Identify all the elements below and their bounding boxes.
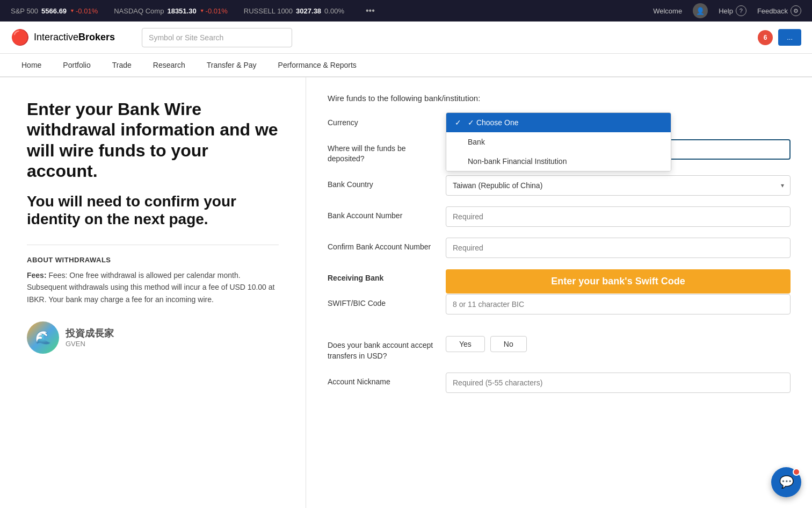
gear-icon: ⚙ bbox=[791, 5, 801, 16]
dropdown-choose-one[interactable]: ✓ ✓ Choose One bbox=[446, 113, 671, 132]
watermark-content: 投資成長家 GVEN bbox=[66, 327, 114, 348]
nickname-row: Account Nickname bbox=[328, 373, 791, 393]
search-bar[interactable]: Symbol or Site Search bbox=[142, 28, 292, 47]
logo-text: InteractiveBrokers bbox=[34, 32, 115, 43]
ticker-sp500: S&P 500 5566.69 ▼ -0.01% bbox=[11, 7, 98, 15]
bank-country-label: Bank Country bbox=[328, 175, 435, 190]
ticker-russell-value: 3027.38 bbox=[296, 7, 321, 15]
watermark-chinese-text: 投資成長家 bbox=[66, 327, 114, 340]
ticker-nasdaq-value: 18351.30 bbox=[167, 7, 196, 15]
header: 🔴 InteractiveBrokers Symbol or Site Sear… bbox=[0, 22, 812, 54]
nav-trade[interactable]: Trade bbox=[102, 54, 142, 77]
swift-input[interactable] bbox=[446, 294, 791, 314]
ticker-sp500-change: ▼ -0.01% bbox=[70, 7, 98, 15]
ticker-russell-label: RUSSELL 1000 bbox=[244, 7, 293, 15]
bank-country-select[interactable]: Taiwan (Republic of China) bbox=[446, 175, 791, 196]
swift-row: SWIFT/BIC Code Enter your bank's Swift C… bbox=[328, 294, 791, 314]
ticker-sp500-value: 5566.69 bbox=[41, 7, 67, 15]
currency-label: Currency bbox=[328, 113, 435, 128]
deposit-dropdown[interactable]: ✓ ✓ Choose One Bank Non-bank Financial I… bbox=[446, 112, 671, 171]
help-icon: ? bbox=[736, 5, 746, 16]
ticker-nasdaq: NASDAQ Comp 18351.30 ▼ -0.01% bbox=[114, 7, 228, 15]
about-title: ABOUT WITHDRAWALS bbox=[27, 256, 279, 264]
ticker-sp500-label: S&P 500 bbox=[11, 7, 38, 15]
bank-account-row: Bank Account Number Your account number … bbox=[328, 206, 791, 227]
triangle-icon: ▼ bbox=[200, 8, 205, 13]
logo-icon: 🔴 bbox=[11, 28, 30, 46]
ticker-welcome: Welcome bbox=[653, 7, 682, 15]
swift-label: SWIFT/BIC Code bbox=[328, 294, 435, 309]
bank-country-row: Bank Country Taiwan (Republic of China) … bbox=[328, 175, 791, 196]
confirm-account-input[interactable] bbox=[446, 238, 791, 258]
logo-brokers: Brokers bbox=[78, 32, 115, 42]
yes-no-group: Yes No bbox=[446, 336, 527, 352]
watermark-logo-icon: 🌊 bbox=[27, 321, 59, 354]
dropdown-nonbank[interactable]: Non-bank Financial Institution bbox=[446, 152, 671, 171]
transfers-usd-row: Does your bank account accept transfers … bbox=[328, 336, 791, 361]
right-panel: Wire funds to the following bank/institu… bbox=[306, 77, 812, 508]
chat-icon: 💬 bbox=[779, 475, 794, 489]
ticker-feedback[interactable]: Feedback ⚙ bbox=[757, 5, 801, 16]
nav-portfolio[interactable]: Portfolio bbox=[52, 54, 101, 77]
person-icon[interactable]: 👤 bbox=[693, 3, 708, 18]
ticker-bar: S&P 500 5566.69 ▼ -0.01% NASDAQ Comp 183… bbox=[0, 0, 812, 22]
nav-home[interactable]: Home bbox=[11, 54, 52, 77]
ticker-nasdaq-change: ▼ -0.01% bbox=[200, 7, 228, 15]
ticker-nasdaq-label: NASDAQ Comp bbox=[114, 7, 164, 15]
deposit-label: Where will the funds be deposited? bbox=[328, 139, 435, 164]
yes-button[interactable]: Yes bbox=[446, 336, 485, 352]
ticker-right-section: Welcome 👤 Help ? Feedback ⚙ bbox=[653, 3, 801, 18]
no-button[interactable]: No bbox=[490, 336, 527, 352]
nickname-input[interactable] bbox=[446, 373, 791, 393]
wire-section-title: Wire funds to the following bank/institu… bbox=[328, 94, 791, 103]
bank-account-input-wrapper: Your account number at this bank/institu… bbox=[446, 206, 791, 227]
logo[interactable]: 🔴 InteractiveBrokers bbox=[11, 28, 115, 46]
logo-interactive: Interactive bbox=[34, 32, 78, 42]
receiving-bank-label: Receiving Bank bbox=[328, 269, 435, 284]
nav-performance[interactable]: Performance & Reports bbox=[267, 54, 367, 77]
nav-bar: Home Portfolio Trade Research Transfer &… bbox=[0, 54, 812, 77]
dropdown-bank[interactable]: Bank bbox=[446, 132, 671, 152]
about-text: Fees: Fees: One free withdrawal is allow… bbox=[27, 269, 279, 305]
ticker-help[interactable]: Help ? bbox=[719, 5, 746, 16]
main-content: Enter your Bank Wire withdrawal informat… bbox=[0, 77, 812, 508]
wire-section-row: Wire funds to the following bank/institu… bbox=[328, 94, 791, 103]
nav-research[interactable]: Research bbox=[142, 54, 196, 77]
swift-input-wrapper: Enter your bank's Swift Code bbox=[446, 294, 791, 314]
notification-badge[interactable]: 6 bbox=[758, 30, 773, 45]
nav-transfer-pay[interactable]: Transfer & Pay bbox=[196, 54, 267, 77]
nickname-label: Account Nickname bbox=[328, 373, 435, 388]
search-placeholder: Symbol or Site Search bbox=[149, 33, 223, 42]
deposit-section: Where will the funds be deposited? Bank … bbox=[328, 139, 791, 164]
confirm-account-label: Confirm Bank Account Number bbox=[328, 238, 435, 253]
callout-swift-code: Enter your bank's Swift Code bbox=[446, 269, 791, 294]
triangle-icon: ▼ bbox=[70, 8, 75, 13]
watermark: 🌊 投資成長家 GVEN bbox=[27, 321, 279, 354]
bank-country-select-wrapper: Taiwan (Republic of China) ▾ bbox=[446, 175, 791, 196]
divider bbox=[27, 245, 279, 245]
transfers-usd-label: Does your bank account accept transfers … bbox=[328, 336, 435, 361]
ticker-more-dots[interactable]: ••• bbox=[366, 6, 375, 16]
bank-account-label: Bank Account Number bbox=[328, 206, 435, 221]
left-panel: Enter your Bank Wire withdrawal informat… bbox=[0, 77, 306, 508]
confirm-account-row: Confirm Bank Account Number bbox=[328, 238, 791, 258]
watermark-sub-text: GVEN bbox=[66, 340, 114, 348]
ticker-russell-change: 0.00% bbox=[324, 7, 344, 15]
chat-notification-dot bbox=[793, 468, 800, 476]
page-subtitle: You will need to confirm your identity o… bbox=[27, 192, 279, 228]
page-title: Enter your Bank Wire withdrawal informat… bbox=[27, 99, 279, 182]
header-right: 6 ... bbox=[758, 29, 801, 46]
header-action-button[interactable]: ... bbox=[778, 29, 801, 46]
chat-bubble-button[interactable]: 💬 bbox=[771, 467, 801, 497]
checkmark-icon: ✓ bbox=[455, 118, 461, 127]
ticker-russell: RUSSELL 1000 3027.38 0.00% bbox=[244, 7, 344, 15]
bank-account-input[interactable] bbox=[446, 206, 791, 227]
